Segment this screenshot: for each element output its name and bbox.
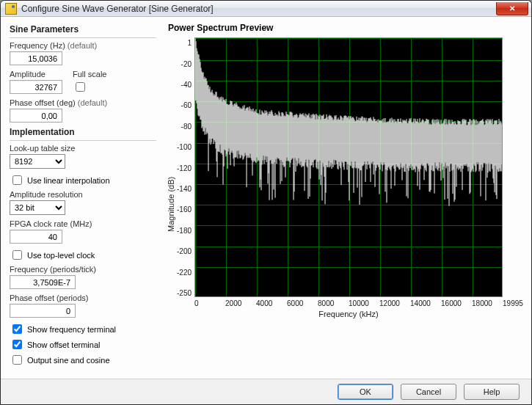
use-linear-label: Use linear interpolation bbox=[27, 176, 110, 185]
implementation-group: Look-up table size 8192 Use linear inter… bbox=[10, 140, 156, 367]
fpga-clock-input[interactable] bbox=[10, 230, 62, 244]
window-title: Configure Sine Wave Generator [Sine Gene… bbox=[21, 4, 496, 14]
phase-deg-input[interactable] bbox=[10, 109, 62, 123]
show-offset-term-checkbox[interactable] bbox=[12, 340, 22, 349]
y-ticks: 1-20-40-60-80-100-120-140-160-180-200-22… bbox=[177, 37, 194, 297]
use-top-clock-label: Use top-level clock bbox=[27, 251, 95, 260]
output-sincos-label: Output sine and cosine bbox=[27, 356, 110, 365]
titlebar[interactable]: Configure Sine Wave Generator [Sine Gene… bbox=[1, 1, 531, 17]
plot-wrap: 0200040006000800010000120001400016000180… bbox=[194, 37, 503, 371]
fullscale-checkbox[interactable] bbox=[76, 82, 85, 92]
help-button[interactable]: Help bbox=[464, 384, 520, 400]
show-offset-term-label: Show offset terminal bbox=[27, 340, 100, 349]
left-panel: Sine Parameters Frequency (Hz) (default)… bbox=[10, 23, 156, 371]
y-axis-label: Magnitude (dB) bbox=[167, 37, 175, 371]
content-area: Sine Parameters Frequency (Hz) (default)… bbox=[1, 17, 531, 379]
show-freq-term-label: Show frequency terminal bbox=[27, 325, 116, 334]
spectrum-plot bbox=[194, 37, 503, 297]
amp-res-select[interactable]: 32 bit bbox=[10, 200, 65, 215]
phase-periods-input[interactable] bbox=[10, 304, 76, 318]
chart-area: Magnitude (dB) 1-20-40-60-80-100-120-140… bbox=[167, 37, 522, 371]
use-top-clock-checkbox[interactable] bbox=[12, 250, 22, 260]
ok-button[interactable]: OK bbox=[338, 384, 393, 400]
freq-hz-input[interactable] bbox=[10, 51, 62, 65]
phase-periods-label: Phase offset (periods) bbox=[10, 293, 156, 302]
lookup-size-label: Look-up table size bbox=[10, 144, 156, 153]
x-ticks: 0200040006000800010000120001400016000180… bbox=[194, 299, 503, 307]
close-button[interactable]: ✕ bbox=[496, 2, 528, 15]
freq-periods-label: Frequency (periods/tick) bbox=[10, 265, 156, 274]
sine-params-group: Frequency (Hz) (default) Amplitude Full … bbox=[10, 37, 156, 123]
chart-title: Power Spectrum Preview bbox=[168, 23, 522, 33]
amplitude-input[interactable] bbox=[10, 80, 62, 94]
right-panel: Power Spectrum Preview Magnitude (dB) 1-… bbox=[167, 23, 522, 371]
freq-periods-input[interactable] bbox=[10, 275, 76, 289]
phase-deg-label: Phase offset (deg) (default) bbox=[10, 98, 156, 107]
use-linear-checkbox[interactable] bbox=[12, 175, 22, 185]
section-sine-params: Sine Parameters bbox=[10, 24, 156, 34]
output-sincos-checkbox[interactable] bbox=[12, 355, 22, 365]
cancel-button[interactable]: Cancel bbox=[401, 384, 456, 400]
dialog-footer: OK Cancel Help bbox=[1, 379, 531, 404]
x-axis-label: Frequency (kHz) bbox=[194, 310, 503, 318]
fpga-clock-label: FPGA clock rate (MHz) bbox=[10, 219, 156, 228]
show-freq-term-checkbox[interactable] bbox=[12, 324, 22, 334]
amplitude-label: Amplitude bbox=[10, 70, 62, 79]
close-icon: ✕ bbox=[509, 4, 515, 12]
amp-res-label: Amplitude resolution bbox=[10, 190, 156, 199]
app-icon bbox=[5, 3, 17, 15]
section-implementation: Implementation bbox=[10, 127, 156, 137]
dialog-window: Configure Sine Wave Generator [Sine Gene… bbox=[0, 0, 532, 405]
lookup-size-select[interactable]: 8192 bbox=[10, 154, 65, 169]
fullscale-label: Full scale bbox=[73, 70, 106, 79]
freq-hz-label: Frequency (Hz) (default) bbox=[10, 41, 156, 50]
